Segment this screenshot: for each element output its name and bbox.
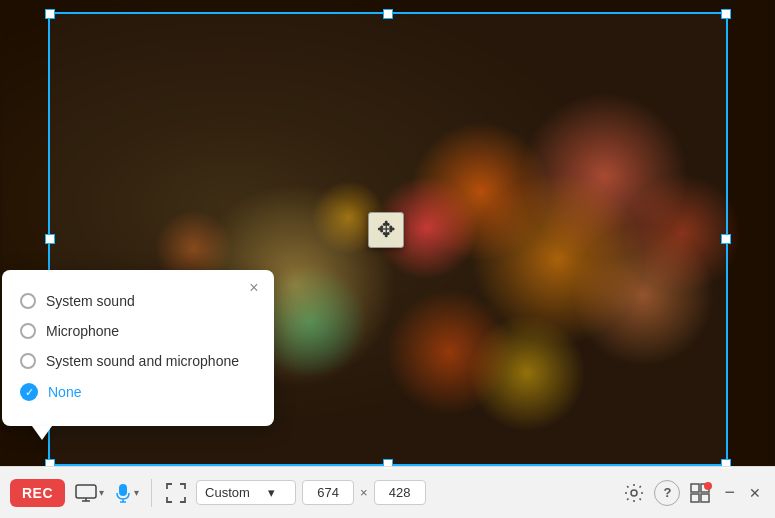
minimize-button[interactable]: −: [720, 478, 739, 507]
help-button[interactable]: ?: [654, 480, 680, 506]
microphone-icon: [116, 483, 130, 503]
option-system-sound[interactable]: System sound: [20, 286, 256, 316]
height-input[interactable]: [374, 480, 426, 505]
close-icon: ✕: [749, 485, 761, 501]
rec-button[interactable]: REC: [10, 479, 65, 507]
chevron-down-mic-icon: ▾: [134, 487, 139, 498]
svg-rect-7: [691, 484, 699, 492]
minus-icon: −: [724, 482, 735, 503]
help-icon: ?: [664, 485, 672, 500]
microphone-dropdown-button[interactable]: ▾: [132, 485, 141, 500]
microphone-wrap: ▾: [112, 479, 141, 507]
size-preset-dropdown[interactable]: Custom ▾: [196, 480, 296, 505]
popup-close-button[interactable]: ×: [244, 278, 264, 298]
monitor-icon: [75, 484, 97, 502]
check-none: ✓: [20, 383, 38, 401]
move-handle[interactable]: ✥: [368, 212, 404, 248]
fullscreen-button[interactable]: [162, 479, 190, 507]
grid-button[interactable]: [686, 479, 714, 507]
svg-rect-3: [119, 484, 127, 496]
option-system-sound-and-microphone[interactable]: System sound and microphone: [20, 346, 256, 376]
option-microphone-label: Microphone: [46, 323, 119, 339]
divider-1: [151, 479, 152, 507]
radio-microphone[interactable]: [20, 323, 36, 339]
option-none-label: None: [48, 384, 81, 400]
move-icon: ✥: [377, 217, 395, 243]
width-input[interactable]: [302, 480, 354, 505]
svg-rect-9: [691, 494, 699, 502]
dropdown-arrow-icon: ▾: [268, 485, 275, 500]
chevron-down-icon: ▾: [99, 487, 104, 498]
option-microphone[interactable]: Microphone: [20, 316, 256, 346]
settings-button[interactable]: [620, 479, 648, 507]
audio-source-popup: × System sound Microphone System sound a…: [2, 270, 274, 426]
option-system-sound-label: System sound: [46, 293, 135, 309]
option-none[interactable]: ✓ None: [20, 376, 256, 408]
dimension-separator: ×: [360, 485, 368, 500]
notification-badge: [704, 482, 712, 490]
radio-system-sound[interactable]: [20, 293, 36, 309]
expand-icon: [166, 483, 186, 503]
svg-rect-0: [76, 485, 96, 498]
custom-label: Custom: [205, 485, 250, 500]
scene-overlay: [0, 0, 775, 518]
option-system-sound-microphone-label: System sound and microphone: [46, 353, 239, 369]
svg-rect-10: [701, 494, 709, 502]
monitor-button-wrap: ▾: [71, 480, 106, 506]
microphone-button[interactable]: [112, 479, 134, 507]
monitor-dropdown-button[interactable]: ▾: [97, 485, 106, 500]
close-button[interactable]: ✕: [745, 481, 765, 505]
radio-system-sound-microphone[interactable]: [20, 353, 36, 369]
settings-icon: [624, 483, 644, 503]
toolbar: REC ▾ ▾: [0, 466, 775, 518]
svg-point-6: [631, 490, 637, 496]
